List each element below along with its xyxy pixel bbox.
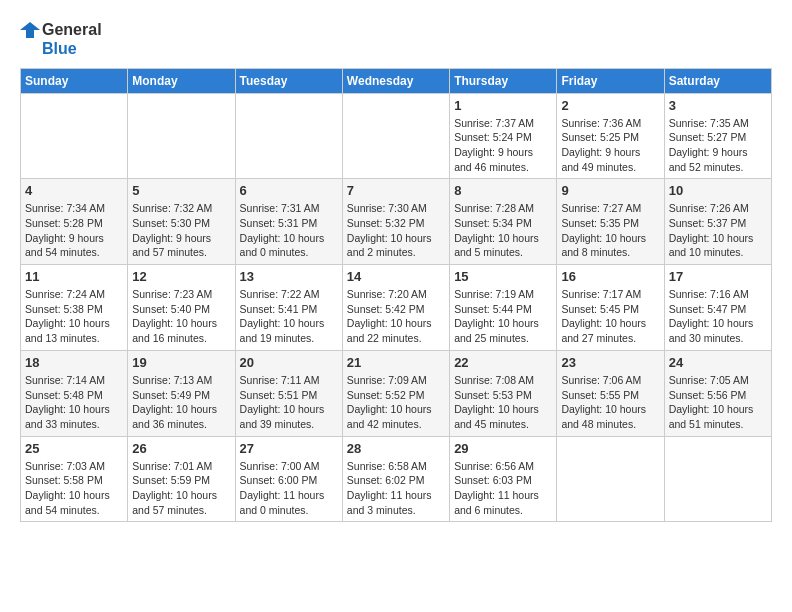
- day-info: Sunrise: 7:27 AMSunset: 5:35 PMDaylight:…: [561, 201, 659, 260]
- day-number: 22: [454, 355, 552, 370]
- day-cell: 29Sunrise: 6:56 AMSunset: 6:03 PMDayligh…: [450, 436, 557, 522]
- day-cell: 17Sunrise: 7:16 AMSunset: 5:47 PMDayligh…: [664, 265, 771, 351]
- day-number: 15: [454, 269, 552, 284]
- logo-blue-text: Blue: [42, 40, 102, 58]
- week-row-5: 25Sunrise: 7:03 AMSunset: 5:58 PMDayligh…: [21, 436, 772, 522]
- day-number: 9: [561, 183, 659, 198]
- weekday-header-wednesday: Wednesday: [342, 68, 449, 93]
- day-number: 17: [669, 269, 767, 284]
- day-number: 13: [240, 269, 338, 284]
- day-cell: 18Sunrise: 7:14 AMSunset: 5:48 PMDayligh…: [21, 350, 128, 436]
- day-info: Sunrise: 7:11 AMSunset: 5:51 PMDaylight:…: [240, 373, 338, 432]
- day-info: Sunrise: 7:36 AMSunset: 5:25 PMDaylight:…: [561, 116, 659, 175]
- day-info: Sunrise: 7:24 AMSunset: 5:38 PMDaylight:…: [25, 287, 123, 346]
- day-info: Sunrise: 7:23 AMSunset: 5:40 PMDaylight:…: [132, 287, 230, 346]
- day-info: Sunrise: 7:28 AMSunset: 5:34 PMDaylight:…: [454, 201, 552, 260]
- day-number: 8: [454, 183, 552, 198]
- day-info: Sunrise: 7:26 AMSunset: 5:37 PMDaylight:…: [669, 201, 767, 260]
- day-cell: [664, 436, 771, 522]
- weekday-header-friday: Friday: [557, 68, 664, 93]
- day-info: Sunrise: 7:14 AMSunset: 5:48 PMDaylight:…: [25, 373, 123, 432]
- day-info: Sunrise: 7:35 AMSunset: 5:27 PMDaylight:…: [669, 116, 767, 175]
- calendar-table: SundayMondayTuesdayWednesdayThursdayFrid…: [20, 68, 772, 523]
- day-cell: [235, 93, 342, 179]
- day-info: Sunrise: 7:31 AMSunset: 5:31 PMDaylight:…: [240, 201, 338, 260]
- day-info: Sunrise: 7:19 AMSunset: 5:44 PMDaylight:…: [454, 287, 552, 346]
- day-cell: 22Sunrise: 7:08 AMSunset: 5:53 PMDayligh…: [450, 350, 557, 436]
- day-info: Sunrise: 7:01 AMSunset: 5:59 PMDaylight:…: [132, 459, 230, 518]
- day-cell: 6Sunrise: 7:31 AMSunset: 5:31 PMDaylight…: [235, 179, 342, 265]
- day-number: 11: [25, 269, 123, 284]
- day-info: Sunrise: 6:58 AMSunset: 6:02 PMDaylight:…: [347, 459, 445, 518]
- day-cell: [342, 93, 449, 179]
- day-info: Sunrise: 7:37 AMSunset: 5:24 PMDaylight:…: [454, 116, 552, 175]
- day-cell: 16Sunrise: 7:17 AMSunset: 5:45 PMDayligh…: [557, 265, 664, 351]
- day-cell: 24Sunrise: 7:05 AMSunset: 5:56 PMDayligh…: [664, 350, 771, 436]
- day-number: 6: [240, 183, 338, 198]
- day-cell: 23Sunrise: 7:06 AMSunset: 5:55 PMDayligh…: [557, 350, 664, 436]
- day-info: Sunrise: 7:20 AMSunset: 5:42 PMDaylight:…: [347, 287, 445, 346]
- day-number: 26: [132, 441, 230, 456]
- day-cell: [557, 436, 664, 522]
- day-info: Sunrise: 7:17 AMSunset: 5:45 PMDaylight:…: [561, 287, 659, 346]
- day-info: Sunrise: 7:08 AMSunset: 5:53 PMDaylight:…: [454, 373, 552, 432]
- day-cell: 7Sunrise: 7:30 AMSunset: 5:32 PMDaylight…: [342, 179, 449, 265]
- day-cell: 20Sunrise: 7:11 AMSunset: 5:51 PMDayligh…: [235, 350, 342, 436]
- day-cell: [128, 93, 235, 179]
- day-cell: 19Sunrise: 7:13 AMSunset: 5:49 PMDayligh…: [128, 350, 235, 436]
- day-cell: 11Sunrise: 7:24 AMSunset: 5:38 PMDayligh…: [21, 265, 128, 351]
- day-info: Sunrise: 7:30 AMSunset: 5:32 PMDaylight:…: [347, 201, 445, 260]
- page-header: General Blue: [20, 20, 772, 58]
- day-cell: [21, 93, 128, 179]
- day-info: Sunrise: 7:32 AMSunset: 5:30 PMDaylight:…: [132, 201, 230, 260]
- day-number: 10: [669, 183, 767, 198]
- day-cell: 26Sunrise: 7:01 AMSunset: 5:59 PMDayligh…: [128, 436, 235, 522]
- day-number: 7: [347, 183, 445, 198]
- day-number: 27: [240, 441, 338, 456]
- day-cell: 21Sunrise: 7:09 AMSunset: 5:52 PMDayligh…: [342, 350, 449, 436]
- day-info: Sunrise: 7:03 AMSunset: 5:58 PMDaylight:…: [25, 459, 123, 518]
- svg-marker-0: [20, 22, 40, 38]
- week-row-2: 4Sunrise: 7:34 AMSunset: 5:28 PMDaylight…: [21, 179, 772, 265]
- day-info: Sunrise: 7:13 AMSunset: 5:49 PMDaylight:…: [132, 373, 230, 432]
- day-number: 23: [561, 355, 659, 370]
- week-row-3: 11Sunrise: 7:24 AMSunset: 5:38 PMDayligh…: [21, 265, 772, 351]
- week-row-4: 18Sunrise: 7:14 AMSunset: 5:48 PMDayligh…: [21, 350, 772, 436]
- day-cell: 12Sunrise: 7:23 AMSunset: 5:40 PMDayligh…: [128, 265, 235, 351]
- day-number: 28: [347, 441, 445, 456]
- day-cell: 28Sunrise: 6:58 AMSunset: 6:02 PMDayligh…: [342, 436, 449, 522]
- day-cell: 14Sunrise: 7:20 AMSunset: 5:42 PMDayligh…: [342, 265, 449, 351]
- day-info: Sunrise: 7:34 AMSunset: 5:28 PMDaylight:…: [25, 201, 123, 260]
- day-number: 18: [25, 355, 123, 370]
- week-row-1: 1Sunrise: 7:37 AMSunset: 5:24 PMDaylight…: [21, 93, 772, 179]
- day-cell: 3Sunrise: 7:35 AMSunset: 5:27 PMDaylight…: [664, 93, 771, 179]
- weekday-header-saturday: Saturday: [664, 68, 771, 93]
- day-number: 21: [347, 355, 445, 370]
- day-number: 3: [669, 98, 767, 113]
- weekday-header-row: SundayMondayTuesdayWednesdayThursdayFrid…: [21, 68, 772, 93]
- day-number: 2: [561, 98, 659, 113]
- day-cell: 5Sunrise: 7:32 AMSunset: 5:30 PMDaylight…: [128, 179, 235, 265]
- day-number: 1: [454, 98, 552, 113]
- day-number: 25: [25, 441, 123, 456]
- day-number: 5: [132, 183, 230, 198]
- day-cell: 9Sunrise: 7:27 AMSunset: 5:35 PMDaylight…: [557, 179, 664, 265]
- day-info: Sunrise: 6:56 AMSunset: 6:03 PMDaylight:…: [454, 459, 552, 518]
- logo: General Blue: [20, 20, 102, 58]
- day-number: 29: [454, 441, 552, 456]
- weekday-header-thursday: Thursday: [450, 68, 557, 93]
- logo-bird-icon: [20, 20, 40, 40]
- day-number: 12: [132, 269, 230, 284]
- day-cell: 1Sunrise: 7:37 AMSunset: 5:24 PMDaylight…: [450, 93, 557, 179]
- day-cell: 2Sunrise: 7:36 AMSunset: 5:25 PMDaylight…: [557, 93, 664, 179]
- weekday-header-tuesday: Tuesday: [235, 68, 342, 93]
- day-info: Sunrise: 7:16 AMSunset: 5:47 PMDaylight:…: [669, 287, 767, 346]
- day-cell: 4Sunrise: 7:34 AMSunset: 5:28 PMDaylight…: [21, 179, 128, 265]
- day-cell: 13Sunrise: 7:22 AMSunset: 5:41 PMDayligh…: [235, 265, 342, 351]
- weekday-header-sunday: Sunday: [21, 68, 128, 93]
- day-info: Sunrise: 7:22 AMSunset: 5:41 PMDaylight:…: [240, 287, 338, 346]
- day-number: 24: [669, 355, 767, 370]
- day-cell: 27Sunrise: 7:00 AMSunset: 6:00 PMDayligh…: [235, 436, 342, 522]
- day-number: 20: [240, 355, 338, 370]
- day-number: 19: [132, 355, 230, 370]
